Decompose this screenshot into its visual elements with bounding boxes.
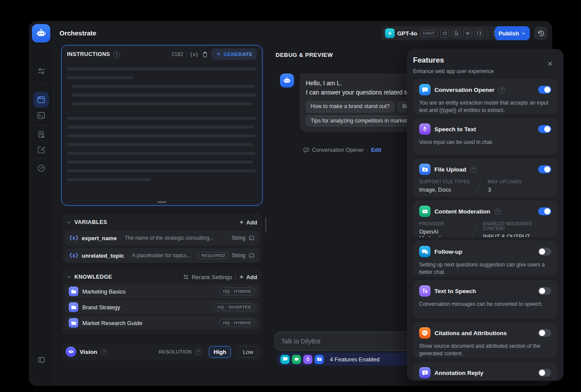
suggested-question-chip[interactable]: Tips for analyzing competitors in market… [306,116,419,127]
model-selector[interactable]: ✳ GPT-4o CHAT [382,26,504,40]
annotation-reply-icon [419,367,430,378]
speech-to-text-icon [419,123,430,135]
bot-avatar [280,74,294,88]
sparkle-icon [216,52,221,57]
content-moderation-icon [419,206,430,217]
content-moderation-toggle[interactable] [538,207,551,215]
required-badge: REQUIRED [198,252,228,259]
variable-row[interactable]: {x} unrelated_topic · A placeholder for … [65,248,259,263]
content-moderation-mini-icon [292,355,301,364]
insert-variable-icon[interactable]: {x} [190,52,199,57]
add-variable-button[interactable]: Add [239,219,257,226]
help-icon [470,166,477,173]
rerank-settings-button[interactable]: Rerank Settings [183,274,232,280]
resolution-high-button[interactable]: High [209,346,231,358]
citations-icon [419,327,430,339]
opener-note: Conversation Opener · Edit [303,147,382,153]
speech-to-text-mini-icon [303,355,312,364]
vision-label: Vision [80,349,97,355]
feature-card-annotation-reply: Annotation Reply [413,362,557,381]
collapse-sidebar-icon[interactable] [33,352,49,368]
api-terminal-icon[interactable] [33,108,49,123]
follow-up-icon [419,246,430,257]
sidebar-divider [35,158,47,159]
settings-sliders-icon[interactable] [33,63,49,79]
citations-toggle[interactable] [538,329,551,337]
copy-icon[interactable] [202,51,208,58]
folder-icon [69,287,78,296]
knowledge-title: KNOWLEDGE [74,274,112,280]
audio-capability-icon [463,29,472,38]
chevron-down-icon[interactable] [66,275,71,280]
variable-row[interactable]: {x} expert_name · The name of the strate… [65,231,259,245]
version-history-icon[interactable] [534,27,547,40]
scrollbar-thumb[interactable] [265,217,266,232]
conversation-opener-toggle[interactable] [538,86,551,94]
publish-button[interactable]: Publish [495,26,530,40]
skeleton-text-line [67,67,256,70]
monitoring-icon[interactable] [33,160,49,176]
close-icon[interactable] [546,60,554,67]
features-panel: Features Enhance web app user experience… [407,49,564,381]
chevron-down-icon[interactable] [66,220,71,225]
speech-to-text-toggle[interactable] [538,125,551,133]
instructions-card[interactable]: INSTRUCTIONS 2182 {x} GENERATE [61,45,262,206]
vision-capability-icon [441,29,449,38]
robot-app-icon[interactable] [32,24,50,42]
feature-card-file-upload: File Upload SUPPORT FILE TYPES Image, Do… [413,158,557,197]
feature-card-conversation-opener: Conversation Opener You are an entity ex… [413,79,557,115]
resize-handle[interactable] [158,201,166,203]
logs-icon[interactable] [33,126,49,142]
opener-label: Conversation Opener [312,147,364,153]
eye-icon [66,346,76,357]
follow-up-toggle[interactable] [538,248,551,256]
help-icon [113,51,120,58]
sliders-icon [183,274,189,280]
skeleton-text-line [72,94,256,97]
vision-section: Vision RESOLUTION High Low [61,343,262,360]
index-mode-badge: HQ · HYBRID [219,319,255,327]
resolution-low-button[interactable]: Low [238,346,258,358]
file-upload-mini-icon [315,355,324,364]
skeleton-text-line [67,126,254,129]
document-capability-icon [452,29,461,38]
plus-icon [239,274,244,280]
feature-card-follow-up: Follow-up Setting up next questions sugg… [413,241,557,276]
field-settings-icon[interactable] [248,235,255,241]
suggested-question-chip[interactable]: How to make a brand stand out? [306,101,395,112]
field-settings-icon[interactable] [248,252,255,259]
tools-capability-icon [475,29,483,38]
edit-opener-link[interactable]: Edit [371,147,382,153]
feature-card-citations: Citations and Attributions Show source d… [413,322,557,358]
orchestrate-icon[interactable] [33,92,49,108]
resolution-label: RESOLUTION [159,349,192,354]
field-divider [471,222,477,237]
knowledge-row[interactable]: Marketing Basics HQ · HYBRID [65,284,259,298]
max-uploads-field: MAX UPLOADS 3 [488,179,522,193]
skeleton-text-line [72,102,252,105]
features-subtitle: Enhance web app user experience [413,68,494,74]
annotations-icon[interactable] [33,142,49,158]
chevron-down-icon [521,31,526,36]
text-to-speech-icon [419,285,430,297]
skeleton-text-line [72,85,254,88]
features-title: Features [413,56,444,65]
generate-button[interactable]: GENERATE [211,49,257,60]
sidebar-divider [35,125,47,126]
chat-bubble-icon [303,147,309,153]
sidebar [29,21,54,386]
file-upload-toggle[interactable] [538,165,551,173]
text-to-speech-toggle[interactable] [538,287,551,295]
help-icon [195,349,202,355]
instructions-text-skeleton[interactable] [67,67,257,199]
variables-section: VARIABLES Add {x} expert_name · The name… [61,213,262,262]
add-knowledge-button[interactable]: Add [239,274,257,280]
knowledge-row[interactable]: Brand Strategy HQ · INVERTED [65,300,259,314]
knowledge-row[interactable]: Market Research Guide HQ · HYBRID [65,316,259,330]
generate-label: GENERATE [224,52,252,57]
skeleton-text-line [67,143,253,146]
variables-title: VARIABLES [74,219,107,225]
moderation-content-field: ENABLED MODERATE CONTENT INPUT & OUTPUT [483,221,551,237]
annotation-reply-toggle[interactable] [538,369,551,377]
field-divider [477,180,482,193]
